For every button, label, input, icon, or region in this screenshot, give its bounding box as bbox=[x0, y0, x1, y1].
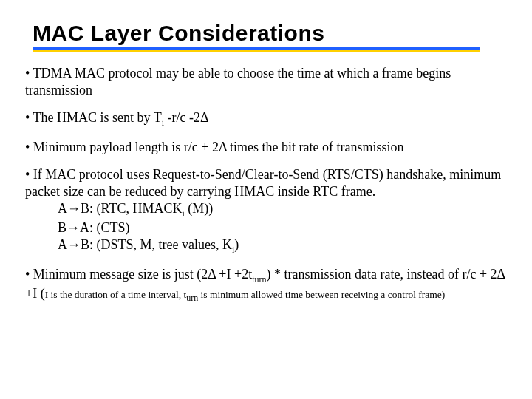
subscript-turn: turn bbox=[252, 274, 266, 284]
small-note: I is the duration of a time interval, tu… bbox=[45, 289, 446, 300]
text-fragment: • The HMAC is sent by T bbox=[25, 110, 162, 125]
text-fragment: I is the duration of a time interval, t bbox=[45, 289, 187, 300]
bullet-min-message: • Minimum message size is just (2Δ +I +2… bbox=[25, 266, 507, 304]
text-fragment: A→B: (RTC, HMACK bbox=[58, 201, 182, 216]
bullet-tdma: • TDMA MAC protocol may be able to choos… bbox=[25, 65, 507, 99]
page-title: MAC Layer Considerations bbox=[33, 21, 507, 46]
bullet-rts-cts: • If MAC protocol uses Request-to-Send/C… bbox=[25, 166, 507, 256]
text-fragment: (M)) bbox=[185, 201, 214, 216]
indent-line-ab-dsts: A→B: (DSTS, M, tree values, Ki) bbox=[58, 236, 507, 256]
indent-line-ab-rtc: A→B: (RTC, HMACKi (M)) bbox=[58, 200, 507, 219]
text-fragment: • Minimum message size is just (2Δ +I +2… bbox=[25, 267, 252, 282]
title-underline bbox=[33, 47, 480, 55]
underline-yellow bbox=[33, 50, 480, 52]
body-text: • TDMA MAC protocol may be able to choos… bbox=[25, 65, 507, 304]
subscript-urn: urn bbox=[186, 293, 198, 303]
text-fragment: ) bbox=[234, 237, 239, 252]
indent-line-ba-cts: B→A: (CTS) bbox=[58, 219, 507, 236]
text-line: • If MAC protocol uses Request-to-Send/C… bbox=[25, 166, 507, 200]
bullet-hmac-sent: • The HMAC is sent by Ti -r/c -2Δ bbox=[25, 109, 507, 129]
slide: MAC Layer Considerations • TDMA MAC prot… bbox=[0, 0, 532, 399]
bullet-min-payload: • Minimum payload length is r/c + 2Δ tim… bbox=[25, 139, 507, 156]
text-fragment: -r/c -2Δ bbox=[164, 110, 209, 125]
text-fragment: is minimum allowed time between receivin… bbox=[198, 289, 445, 300]
text-fragment: A→B: (DSTS, M, tree values, K bbox=[58, 237, 232, 252]
